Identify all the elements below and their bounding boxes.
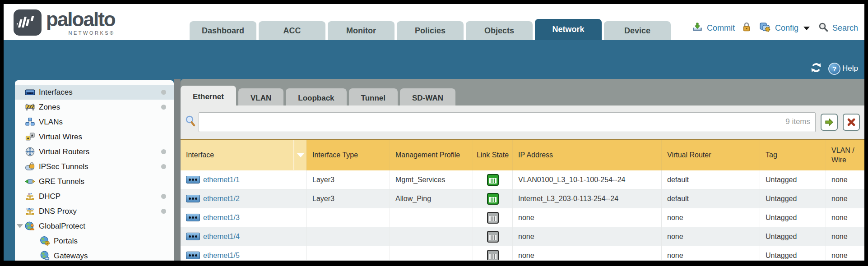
dhcp-icon: IP <box>25 191 35 202</box>
sidebar-item-ipsec-tunnels[interactable]: IPSec Tunnels <box>15 159 174 174</box>
sidebar-item-label: GlobalProtect <box>39 222 85 231</box>
sidebar-item-label: Zones <box>39 103 60 112</box>
filter-bar: 9 items <box>181 105 864 139</box>
svg-text:IP: IP <box>28 192 32 196</box>
sidebar-item-label: Gateways <box>54 252 88 261</box>
sidebar-splitter[interactable] <box>174 79 181 261</box>
sidebar-item-label: Virtual Routers <box>39 147 89 156</box>
col-tag[interactable]: Tag <box>760 140 826 170</box>
table-row[interactable]: ethernet1/1 Layer3 Mgmt_Services VLAN010… <box>181 170 864 189</box>
interface-link[interactable]: ethernet1/4 <box>203 233 240 241</box>
portals-icon <box>40 236 50 246</box>
expander-triangle-icon[interactable] <box>17 224 23 228</box>
table-row[interactable]: ethernet1/3 none none Untagged none <box>181 208 864 227</box>
sidebar-item-virtual-wires[interactable]: Virtual Wires <box>15 129 174 144</box>
sort-dropdown[interactable] <box>293 140 306 170</box>
sidebar-item-dns-proxy[interactable]: DNS DNS Proxy <box>15 204 174 219</box>
cell-virtual-router: default <box>662 170 760 189</box>
sidebar-item-dhcp[interactable]: IP DHCP <box>15 189 174 204</box>
sidebar-item-gre-tunnels[interactable]: GRE Tunnels <box>15 174 174 189</box>
sidebar-item-label: GRE Tunnels <box>39 177 84 186</box>
item-dot <box>161 164 166 169</box>
cell-vlan-wire: none <box>826 208 864 227</box>
tab-monitor[interactable]: Monitor <box>328 21 395 40</box>
sidebar-item-portals[interactable]: Portals <box>15 234 174 248</box>
ethernet-port-icon <box>186 214 200 221</box>
cell-management-profile <box>390 246 473 260</box>
interface-link[interactable]: ethernet1/3 <box>203 214 240 222</box>
commit-icon <box>692 22 703 35</box>
tab-device[interactable]: Device <box>604 21 671 40</box>
table-row[interactable]: ethernet1/2 Layer3 Allow_Ping Internet_L… <box>181 189 864 208</box>
sidebar-item-label: Interfaces <box>39 88 73 97</box>
col-link-state[interactable]: Link State <box>473 140 513 170</box>
item-dot <box>161 90 166 95</box>
filter-search-icon <box>185 115 196 129</box>
col-interface-type[interactable]: Interface Type <box>307 140 390 170</box>
cell-management-profile: Allow_Ping <box>390 189 473 208</box>
col-ip-address[interactable]: IP Address <box>513 140 662 170</box>
ethernet-port-icon <box>186 252 200 259</box>
lock-icon[interactable] <box>742 22 752 35</box>
table-row[interactable]: ethernet1/4 none none Untagged none <box>181 227 864 246</box>
link-state-icon[interactable] <box>487 231 499 243</box>
interfaces-icon <box>25 87 35 97</box>
app-window: paloalto NETWORKS® Dashboard ACC Monitor… <box>4 4 864 261</box>
col-vlan-wire[interactable]: VLAN / Wire <box>826 140 864 170</box>
cell-ip-address: VLAN0100_L3_10-1-100-254--24 <box>513 170 662 189</box>
header-actions: Commit Config <box>692 22 858 35</box>
col-interface[interactable]: Interface <box>181 140 307 170</box>
sidebar-item-gateways[interactable]: Gateways <box>15 248 174 261</box>
paloalto-logo: paloalto NETWORKS® <box>14 8 115 36</box>
tab-dashboard[interactable]: Dashboard <box>190 21 256 40</box>
gateways-icon <box>40 251 50 261</box>
interface-link[interactable]: ethernet1/5 <box>203 252 240 260</box>
commit-button[interactable]: Commit <box>707 23 735 33</box>
sidebar-item-label: Portals <box>54 237 78 246</box>
tab-policies[interactable]: Policies <box>397 21 464 40</box>
clear-filter-button[interactable] <box>843 114 860 131</box>
sidebar-item-virtual-routers[interactable]: Virtual Routers <box>15 144 174 159</box>
interfaces-table: Interface Interface Type Management Prof… <box>181 139 864 261</box>
cell-management-profile: Mgmt_Services <box>390 170 473 189</box>
cell-vlan-wire: none <box>826 246 864 260</box>
search-button[interactable]: Search <box>832 23 858 33</box>
item-dot <box>161 194 166 199</box>
help-button[interactable]: Help <box>828 63 858 75</box>
chevron-down-icon[interactable] <box>803 27 810 30</box>
filter-input[interactable] <box>199 112 816 132</box>
link-state-icon[interactable] <box>487 212 499 224</box>
interface-link[interactable]: ethernet1/1 <box>203 176 240 184</box>
cell-ip-address: Internet_L3_203-0-113-254--24 <box>513 189 662 208</box>
tab-acc[interactable]: ACC <box>259 21 325 40</box>
sidebar-item-label: VLANs <box>39 118 63 127</box>
col-virtual-router[interactable]: Virtual Router <box>662 140 760 170</box>
interface-link[interactable]: ethernet1/2 <box>203 195 240 203</box>
sidebar-item-vlans[interactable]: VLANs <box>15 115 174 129</box>
sidebar-item-globalprotect[interactable]: GlobalProtect <box>15 219 174 234</box>
config-button[interactable]: Config <box>775 23 798 33</box>
table-row[interactable]: ethernet1/5 none none Untagged none <box>181 246 864 260</box>
ethernet-port-icon <box>186 233 200 240</box>
sidebar-item-zones[interactable]: Zones <box>15 100 174 115</box>
refresh-icon[interactable] <box>810 62 822 75</box>
tab-objects[interactable]: Objects <box>466 21 533 40</box>
col-management-profile[interactable]: Management Profile <box>390 140 473 170</box>
config-icon <box>759 22 771 35</box>
table-header: Interface Interface Type Management Prof… <box>181 139 864 170</box>
paloalto-logo-icon <box>14 9 42 36</box>
sidebar-item-interfaces[interactable]: Interfaces <box>15 85 174 100</box>
link-state-icon[interactable] <box>487 250 499 260</box>
item-dot <box>161 105 166 110</box>
tab-ethernet[interactable]: Ethernet <box>181 86 236 108</box>
link-state-icon[interactable] <box>487 174 499 186</box>
cell-management-profile <box>390 208 473 227</box>
cell-interface-type <box>307 227 390 246</box>
apply-filter-button[interactable] <box>821 114 838 131</box>
toolbar-band: Help <box>4 40 864 83</box>
tab-network[interactable]: Network <box>535 19 602 40</box>
cell-interface-type: Layer3 <box>307 189 390 208</box>
sidebar-item-label: Virtual Wires <box>39 133 82 142</box>
link-state-icon[interactable] <box>487 193 499 205</box>
main-panel: Ethernet VLAN Loopback Tunnel SD-WAN 9 i… <box>181 79 864 261</box>
